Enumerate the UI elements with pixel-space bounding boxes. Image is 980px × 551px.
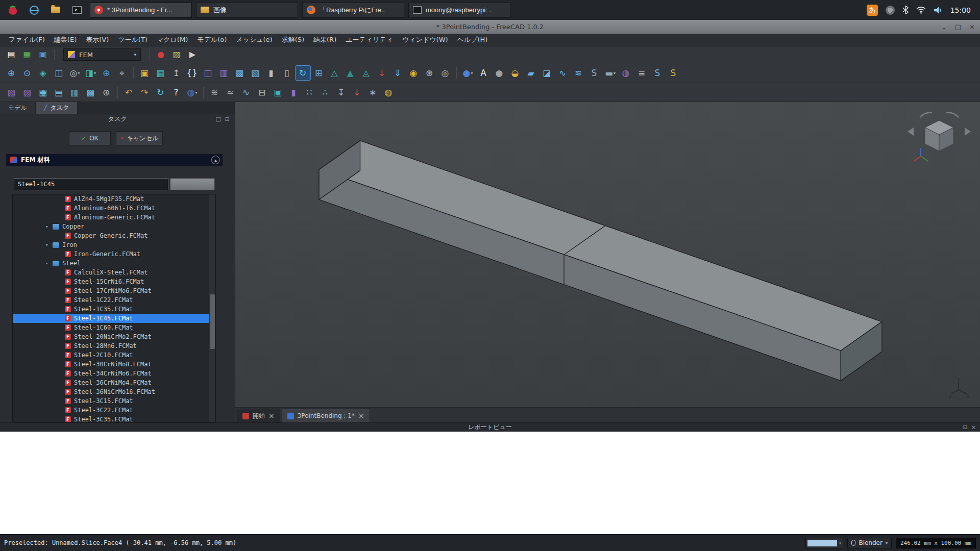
- mesh-boundary-icon[interactable]: ◬: [359, 66, 374, 80]
- terminal-launcher-button[interactable]: >_: [68, 3, 86, 18]
- wifi-icon[interactable]: [916, 6, 926, 14]
- navigation-cube[interactable]: [903, 109, 975, 165]
- annotation-text-icon[interactable]: A: [476, 66, 491, 80]
- mesh-gmsh-icon[interactable]: ▲: [343, 66, 358, 80]
- menu-item[interactable]: ツール(T): [113, 35, 152, 44]
- fem-material-section-header[interactable]: FEM 材料 ▴: [6, 154, 223, 166]
- tree-item[interactable]: F Steel-20NiCrMo2.FCMat: [13, 332, 215, 341]
- ime-indicator[interactable]: あ: [867, 5, 878, 16]
- new-file-icon[interactable]: ▤: [4, 47, 19, 62]
- fem-section-icon[interactable]: ▧: [248, 66, 263, 80]
- scene-menu-icon[interactable]: ◍▾: [185, 85, 200, 99]
- tree-item[interactable]: F CalculiX-Steel.FCMat: [13, 268, 215, 277]
- post-pipeline-icon[interactable]: ▰: [524, 66, 538, 80]
- zoom-fit-icon[interactable]: ⊕: [4, 66, 19, 80]
- material-action-button[interactable]: [170, 178, 215, 190]
- tree-item[interactable]: F Steel-3C22.FCMat: [13, 406, 215, 415]
- collapse-section-icon[interactable]: ▴: [211, 156, 220, 164]
- menu-item[interactable]: ファイル(F): [4, 35, 50, 44]
- nav-right-arrow-icon[interactable]: [965, 128, 971, 136]
- tab-start[interactable]: 開始 ×: [237, 409, 280, 422]
- tree-item[interactable]: F Steel-3C35.FCMat: [13, 415, 215, 422]
- whats-this-icon[interactable]: ?: [169, 85, 184, 99]
- menu-item[interactable]: ウィンドウ(W): [398, 35, 453, 44]
- grid-dense-icon[interactable]: ▩: [83, 85, 98, 99]
- line-style-icon[interactable]: ▬▾: [603, 66, 618, 80]
- zoom-in-icon[interactable]: ⊕: [99, 66, 114, 80]
- solve-refresh-icon[interactable]: ↻: [296, 66, 310, 80]
- view-section-icon[interactable]: ◨▾: [83, 66, 98, 80]
- open-file-icon[interactable]: ▦: [20, 47, 35, 62]
- tree-item[interactable]: F Aluminum-Generic.FCMat: [13, 213, 215, 222]
- tree-item[interactable]: ▾ Copper: [13, 222, 215, 231]
- cylinder-icon[interactable]: ◍: [619, 66, 633, 80]
- mesh-probe-icon[interactable]: ∗: [365, 85, 380, 99]
- panel-tab[interactable]: ╱タスク: [36, 102, 78, 114]
- tree-scrollbar[interactable]: [209, 194, 215, 422]
- draw-style-icon[interactable]: ◎▾: [67, 66, 82, 80]
- post-warp-icon[interactable]: ∿: [555, 66, 570, 80]
- report-float-icon[interactable]: ⊡: [963, 424, 967, 431]
- sketch-icon[interactable]: S: [650, 66, 665, 80]
- constraint-pressure-icon[interactable]: ⇓: [390, 66, 405, 80]
- solver-menu-icon[interactable]: ●▾: [460, 66, 475, 80]
- sphere-icon[interactable]: ●: [492, 66, 507, 80]
- panel-float-icon[interactable]: □: [215, 116, 220, 122]
- mesh-axis-icon[interactable]: ↓: [350, 85, 364, 99]
- mesh-solid-icon[interactable]: ▣: [271, 85, 285, 99]
- nav-rotate-ccw-icon[interactable]: [920, 113, 932, 117]
- tree-item[interactable]: F Steel-3C15.FCMat: [13, 396, 215, 406]
- menu-item[interactable]: マクロ(M): [152, 35, 192, 44]
- constraint-fixed-icon[interactable]: ◫: [201, 66, 215, 80]
- fem-geometry-icon[interactable]: ▩: [232, 66, 247, 80]
- fem-rod-icon[interactable]: ▮: [264, 66, 279, 80]
- menu-item[interactable]: ユーティリティ: [341, 35, 398, 44]
- bluetooth-icon[interactable]: [902, 6, 909, 14]
- tree-item[interactable]: F Steel-36CrNiMo4.FCMat: [13, 378, 215, 387]
- maximize-window-icon[interactable]: □: [955, 23, 961, 31]
- tree-item[interactable]: F Steel-28Mn6.FCMat: [13, 341, 215, 350]
- tab-document[interactable]: 3PointBending : 1* ×: [282, 409, 370, 422]
- post-clip-icon[interactable]: ◪: [540, 66, 554, 80]
- refresh-icon[interactable]: ↻: [153, 85, 168, 99]
- tree-item[interactable]: F Steel-1C35.FCMat: [13, 305, 215, 314]
- tree-item[interactable]: F Aluminum-6061-T6.FCMat: [13, 204, 215, 213]
- window-titlebar[interactable]: * 3PointBending - FreeCAD 1.0.2 ⌄ □ ×: [0, 20, 980, 34]
- menu-item[interactable]: ヘルプ(H): [453, 35, 493, 44]
- menu-item[interactable]: 表示(V): [81, 35, 113, 44]
- mesh-extrude-icon[interactable]: ▮: [286, 85, 301, 99]
- expand-arrow-icon[interactable]: ▾: [45, 261, 53, 266]
- close-window-icon[interactable]: ×: [969, 23, 975, 31]
- report-view-content[interactable]: [0, 432, 980, 534]
- workbench-selector[interactable]: FEM ▾: [63, 48, 141, 61]
- post-contour-icon[interactable]: ≋: [571, 66, 586, 80]
- mesh-points-icon[interactable]: ∴: [318, 85, 333, 99]
- zoom-selection-icon[interactable]: ⊙: [20, 66, 35, 80]
- mesh-create-icon[interactable]: ▧: [4, 85, 19, 99]
- ime-tool-icon[interactable]: [886, 6, 895, 15]
- menu-item[interactable]: 結果(R): [309, 35, 341, 44]
- mesh-wave-icon[interactable]: ∿: [239, 85, 254, 99]
- tree-item[interactable]: F Steel-1C45.FCMat: [13, 314, 215, 323]
- report-close-icon[interactable]: ×: [971, 424, 976, 431]
- menu-item[interactable]: 求解(S): [277, 35, 309, 44]
- grid-cols-icon[interactable]: ▥: [67, 85, 82, 99]
- mesh-grid-icon[interactable]: ⊞: [311, 66, 326, 80]
- tree-item[interactable]: F Steel-1C60.FCMat: [13, 323, 215, 332]
- macro-execute-icon[interactable]: ▶: [185, 47, 200, 62]
- close-tab-icon[interactable]: ×: [268, 412, 275, 420]
- clamp-icon[interactable]: ◒: [508, 66, 523, 80]
- volume-icon[interactable]: [934, 6, 943, 14]
- file-manager-launcher-button[interactable]: [47, 3, 64, 18]
- tree-item[interactable]: F AlZn4-5Mg1F35.FCMat: [13, 194, 215, 204]
- shade-window-icon[interactable]: ⌄: [941, 23, 947, 31]
- panel-dock-icon[interactable]: ⊡: [225, 116, 230, 122]
- grid-rows-icon[interactable]: ▤: [52, 85, 66, 99]
- mesh-refine-icon[interactable]: ▨: [20, 85, 35, 99]
- close-tab-icon[interactable]: ×: [358, 412, 364, 420]
- expand-arrow-icon[interactable]: ▾: [45, 224, 53, 229]
- measure-icon[interactable]: ⌖: [115, 66, 130, 80]
- constraint-bearing-icon[interactable]: ◎: [438, 66, 453, 80]
- fem-analysis-icon[interactable]: ▣: [137, 66, 152, 80]
- beam-front-face[interactable]: [319, 169, 841, 381]
